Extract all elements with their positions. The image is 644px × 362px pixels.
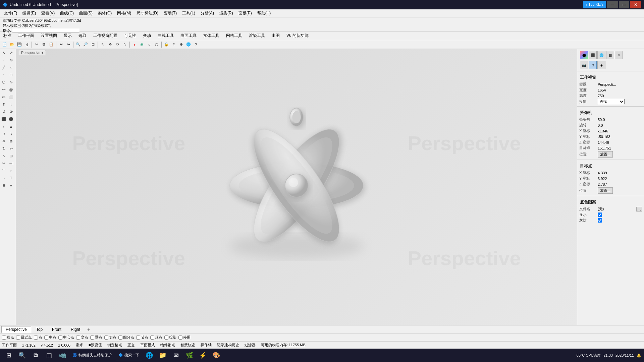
rp-icon-env[interactable]: 🌐 [597,51,605,59]
zoom-fit-icon[interactable]: ⊡ [90,41,96,48]
rp-btn-tgt-pos[interactable]: 放置... [598,187,613,194]
snap-center[interactable]: 中心点 [58,335,74,340]
status-history[interactable]: 记录建构历史 [217,343,239,348]
menu-render[interactable]: 渲染(R) [217,10,236,17]
tab-surface-tools[interactable]: 曲面工具 [177,32,200,40]
maximize-btn[interactable]: □ [619,1,629,8]
tab-display[interactable]: 显示 [60,32,75,40]
tab-draft[interactable]: 出图 [268,32,283,40]
menu-mesh[interactable]: 网格(M) [114,10,134,17]
rp-icon-color[interactable]: ⬤ [580,51,588,59]
explorer-button[interactable]: 📁 [157,349,169,361]
tool-group[interactable]: ⊞ [0,182,7,189]
search-button[interactable]: 🔍 [16,349,28,361]
rp-icon-material[interactable]: ⬛ [589,51,597,59]
tab-curve-tools[interactable]: 曲线工具 [154,32,177,40]
menu-surface[interactable]: 曲面(S) [76,10,95,17]
vp-tab-perspective[interactable]: Perspective [1,326,31,333]
snap-midpoint[interactable]: 中点 [44,335,56,340]
tab-mesh-tools[interactable]: 网格工具 [223,32,246,40]
shaded-icon[interactable]: ● [131,41,138,48]
status-ortho[interactable]: 正交 [127,343,135,348]
app8-button[interactable]: 🎨 [210,349,222,361]
snap-point[interactable]: 点 [34,335,42,340]
menu-edit[interactable]: 编辑(E) [20,10,39,17]
menu-help[interactable]: 帮助(H) [255,10,274,17]
tool-loft[interactable]: ↕ [7,101,15,108]
taskbar-app-ie[interactable]: 🌀 特朗普失去特别保护 [70,349,114,361]
tab-standard[interactable]: 标准 [0,32,15,40]
menu-curve[interactable]: 曲线(C) [57,10,76,17]
status-planar[interactable]: 平面模式 [140,343,155,348]
zoom-out-icon[interactable]: 🔎 [82,41,89,48]
tab-transform[interactable]: 变动 [140,32,154,40]
snap-vertex[interactable]: 顶点 [150,335,162,340]
rp-cb-bg-gray[interactable] [598,218,602,223]
rendered-icon[interactable]: ◉ [139,41,145,48]
copy-icon[interactable]: ⧉ [41,41,47,48]
menu-solid[interactable]: 实体(O) [95,10,114,17]
tool-point[interactable]: · [0,56,7,64]
rotate-icon[interactable]: ↻ [114,41,121,48]
tool-sweep[interactable]: ⟳ [7,108,15,115]
snap-quadrant[interactable]: 四分点 [118,335,134,340]
rp-icon-post[interactable]: ◈ [597,61,605,69]
wire-icon[interactable]: ○ [146,41,153,48]
help-icon[interactable]: ? [193,41,199,48]
app7-button[interactable]: ⚡ [197,349,209,361]
start-button[interactable]: ⊞ [3,349,15,361]
tool-fillet[interactable]: ⌒ [0,167,7,174]
menu-analysis[interactable]: 分析(A) [198,10,217,17]
tool-surface2[interactable]: ⬜ [7,93,15,101]
mail-button[interactable]: ✉ [170,349,182,361]
snap-nearest[interactable]: 最近点 [16,335,32,340]
tool-rect[interactable]: □ [7,71,15,78]
rp-icon-viewport-settings[interactable]: □ [589,61,597,69]
status-obj-lock[interactable]: 物件锁点 [160,343,175,348]
redo-icon[interactable]: ↪ [65,41,72,48]
snap-knot[interactable]: 节点 [136,335,148,340]
viewport[interactable]: Perspective Perspective Perspective Pers… [16,49,577,325]
rp-bg-file-btn[interactable]: … [636,207,642,212]
touchbar-button[interactable]: ◫ [43,349,55,361]
tool-boolean-diff[interactable]: ∖ [7,130,15,137]
snap-icon[interactable]: ⊕ [178,41,184,48]
menu-panel[interactable]: 面板(P) [236,10,255,17]
tool-chamfer[interactable]: ⌐ [7,167,15,174]
snap-tangent[interactable]: 切点 [104,335,116,340]
tool-copy[interactable]: ⧉ [7,137,15,145]
tool-line[interactable]: ╱ [0,64,7,71]
menu-file[interactable]: 文件(F) [1,10,20,17]
taskbar-notification[interactable]: 🔔 [637,353,641,358]
tool-sphere[interactable]: ⚫ [7,115,15,123]
status-op-axis[interactable]: 操作轴 [201,343,212,348]
tool-scale[interactable]: ⤡ [0,152,7,160]
tool-box[interactable]: ⬛ [0,115,7,123]
tool-curve[interactable]: ∿ [7,78,15,86]
snap-endpoint[interactable]: 端点 [2,335,14,340]
tool-move[interactable]: ✥ [0,137,7,145]
status-smart-track[interactable]: 智慧轨迹 [180,343,195,348]
vp-tab-front[interactable]: Front [48,326,66,333]
tool-trim[interactable]: ✂ [0,160,7,167]
new-icon[interactable]: 📄 [1,41,8,48]
tool-revolve[interactable]: ↺ [0,108,7,115]
cut-icon[interactable]: ✂ [33,41,40,48]
tab-select[interactable]: 选取 [75,32,90,40]
tab-v6-features[interactable]: V6 的新功能 [283,32,312,40]
move-icon[interactable]: ✥ [107,41,113,48]
tool-point2[interactable]: ⊕ [7,56,15,64]
tab-render-tools[interactable]: 渲染工具 [246,32,268,40]
grid-icon[interactable]: # [170,41,177,48]
tab-workplane[interactable]: 工作平面 [15,32,38,40]
taskbar-app-search[interactable]: 🔷 搜索一下 [116,349,142,361]
tool-surface[interactable]: ▭ [0,93,7,101]
menu-dimension[interactable]: 尺寸标注(D) [134,10,161,17]
vp-tab-add[interactable]: + [85,326,92,333]
save-icon[interactable]: 💾 [16,41,23,48]
tab-setview[interactable]: 设置视图 [38,32,60,40]
snap-perp[interactable]: 垂点 [90,335,102,340]
status-lock-grid[interactable]: 锁定格点 [107,343,122,348]
rp-cb-bg-show[interactable] [598,213,602,217]
print-icon[interactable]: 🖨 [23,41,30,48]
